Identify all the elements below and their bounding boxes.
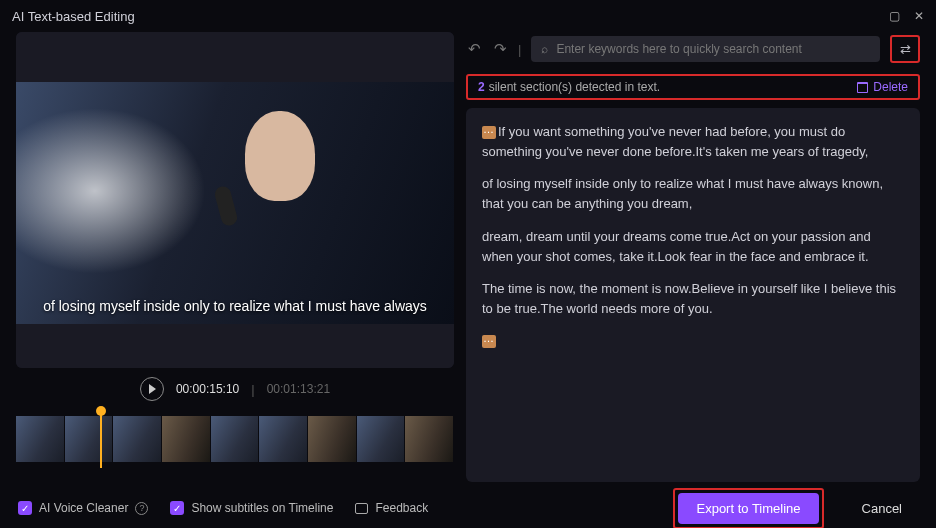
export-button[interactable]: Export to Timeline xyxy=(678,493,818,524)
transcript-panel: ↶ ↷ | ⌕ ⇄ 2 silent section(s) detected i… xyxy=(466,32,920,482)
maximize-icon[interactable]: ▢ xyxy=(889,9,900,23)
redo-button[interactable]: ↷ xyxy=(492,40,508,58)
transcript-segment[interactable]: of losing myself inside only to realize … xyxy=(482,174,904,214)
transcript-body[interactable]: If you want something you've never had b… xyxy=(466,108,920,482)
play-button[interactable] xyxy=(140,377,164,401)
show-subtitles-checkbox[interactable] xyxy=(170,501,184,515)
trash-icon xyxy=(857,82,868,93)
current-time: 00:00:15:10 xyxy=(176,382,239,396)
footer-bar: AI Voice Cleaner ? Show subtitles on Tim… xyxy=(0,482,936,524)
video-panel: of losing myself inside only to realize … xyxy=(16,32,454,482)
search-field[interactable]: ⌕ xyxy=(531,36,880,62)
feedback-button[interactable]: Feedback xyxy=(355,501,428,515)
voice-cleaner-checkbox[interactable] xyxy=(18,501,32,515)
silent-marker-icon[interactable] xyxy=(482,335,496,348)
cancel-button[interactable]: Cancel xyxy=(846,493,918,524)
transcript-segment[interactable]: If you want something you've never had b… xyxy=(482,124,868,159)
silent-text: silent section(s) detected in text. xyxy=(489,80,660,94)
translate-button[interactable]: ⇄ xyxy=(890,35,920,63)
total-duration: 00:01:13:21 xyxy=(267,382,330,396)
help-icon[interactable]: ? xyxy=(135,502,148,515)
voice-cleaner-label: AI Voice Cleaner xyxy=(39,501,128,515)
window-title: AI Text-based Editing xyxy=(12,9,135,24)
show-subtitles-label: Show subtitles on Timeline xyxy=(191,501,333,515)
video-preview[interactable]: of losing myself inside only to realize … xyxy=(16,32,454,368)
thumbnail-strip[interactable] xyxy=(16,416,454,462)
undo-button[interactable]: ↶ xyxy=(466,40,482,58)
subtitle-overlay: of losing myself inside only to realize … xyxy=(33,292,437,320)
feedback-icon xyxy=(355,503,368,514)
playback-controls: 00:00:15:10 | 00:01:13:21 xyxy=(16,368,454,410)
playhead[interactable] xyxy=(100,410,102,468)
silent-marker-icon[interactable] xyxy=(482,126,496,139)
silent-sections-bar: 2 silent section(s) detected in text. De… xyxy=(466,74,920,100)
transcript-segment[interactable]: The time is now, the moment is now.Belie… xyxy=(482,279,904,319)
search-input[interactable] xyxy=(556,42,870,56)
translate-icon: ⇄ xyxy=(900,42,911,57)
window-controls: ▢ ✕ xyxy=(889,9,924,23)
close-icon[interactable]: ✕ xyxy=(914,9,924,23)
transcript-segment[interactable]: dream, dream until your dreams come true… xyxy=(482,227,904,267)
silent-count: 2 xyxy=(478,80,485,94)
titlebar: AI Text-based Editing ▢ ✕ xyxy=(0,0,936,32)
search-icon: ⌕ xyxy=(541,42,548,56)
delete-silent-button[interactable]: Delete xyxy=(857,80,908,94)
